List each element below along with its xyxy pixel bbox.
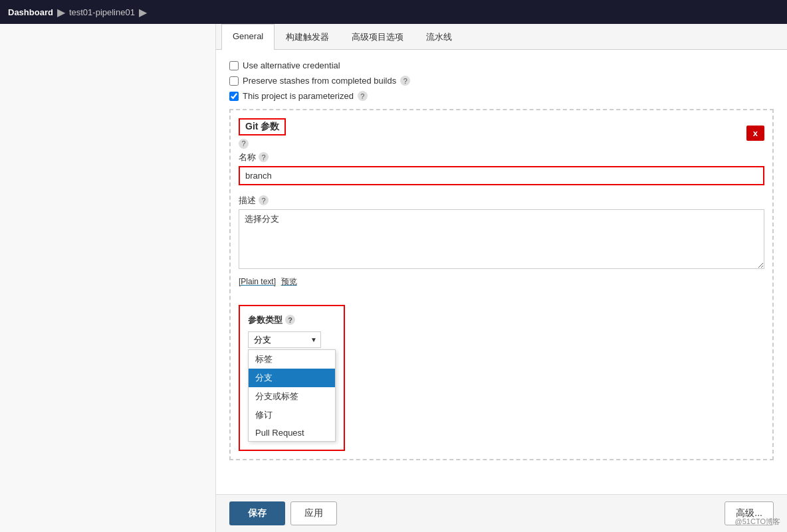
dropdown-item-branch-or-tag[interactable]: 分支或标签 xyxy=(249,387,335,406)
tab-advanced-options[interactable]: 高级项目选项 xyxy=(340,24,415,50)
preview-link[interactable]: 预览 xyxy=(281,276,297,288)
pipeline-link[interactable]: test01-pipeline01 xyxy=(69,7,135,17)
git-params-header: Git 参数 ? x xyxy=(239,118,764,149)
help-name-icon[interactable]: ? xyxy=(259,152,269,162)
bottom-left-buttons: 保存 应用 xyxy=(229,501,337,525)
dropdown-item-revision[interactable]: 修订 xyxy=(249,406,335,424)
checkbox-parameterized-label: This project is parameterized xyxy=(243,91,354,101)
checkbox-row-1: Use alternative credential xyxy=(229,60,774,70)
checkbox-preserve-stashes[interactable] xyxy=(229,76,239,86)
checkbox-row-3: This project is parameterized ? xyxy=(229,91,774,101)
name-input[interactable] xyxy=(239,166,764,185)
help-parameterized-icon[interactable]: ? xyxy=(358,91,368,101)
param-type-select[interactable]: 标签 分支 分支或标签 修订 Pull Request xyxy=(248,331,321,348)
breadcrumb-sep2: ▶ xyxy=(139,6,147,19)
form-content: Use alternative credential Preserve stas… xyxy=(216,50,787,494)
name-field-row: 名称 ? xyxy=(239,151,764,185)
checkbox-row-2: Preserve stashes from completed builds ? xyxy=(229,76,774,86)
watermark: @51CTO博客 xyxy=(735,517,780,527)
content-area: General 构建触发器 高级项目选项 流水线 Use alternative… xyxy=(216,24,787,532)
tabs-bar: General 构建触发器 高级项目选项 流水线 xyxy=(216,24,787,50)
git-params-section: Git 参数 ? x 名称 ? xyxy=(229,109,774,460)
tab-build-trigger[interactable]: 构建触发器 xyxy=(275,24,340,50)
plain-text-link[interactable]: [Plain text] xyxy=(239,277,276,286)
dropdown-item-tag[interactable]: 标签 xyxy=(249,350,335,369)
breadcrumb-sep1: ▶ xyxy=(57,6,65,19)
description-textarea[interactable]: 选择分支 xyxy=(239,209,764,269)
checkbox-preserve-stashes-label: Preserve stashes from completed builds xyxy=(243,76,396,86)
checkbox-alt-credential-label: Use alternative credential xyxy=(243,60,340,70)
sidebar xyxy=(0,24,216,532)
dropdown-item-pull-request[interactable]: Pull Request xyxy=(249,424,335,441)
checkbox-parameterized[interactable] xyxy=(229,92,239,101)
apply-button[interactable]: 应用 xyxy=(290,501,337,525)
dashboard-link[interactable]: Dashboard xyxy=(8,7,53,17)
help-param-type-icon[interactable]: ? xyxy=(285,315,295,325)
dropdown-item-branch[interactable]: 分支 xyxy=(249,369,335,387)
bottom-bar: 保存 应用 高级... xyxy=(216,494,787,532)
topbar: Dashboard ▶ test01-pipeline01 ▶ xyxy=(0,0,787,24)
main-layout: General 构建触发器 高级项目选项 流水线 Use alternative… xyxy=(0,24,787,532)
tab-general[interactable]: General xyxy=(221,24,275,50)
description-label: 描述 ? xyxy=(239,195,764,207)
git-params-title: Git 参数 xyxy=(239,118,286,135)
dropdown-list: 标签 分支 分支或标签 修订 Pull Request xyxy=(248,349,336,442)
save-button[interactable]: 保存 xyxy=(229,501,285,525)
description-field-row: 描述 ? 选择分支 [Plain text] 预览 xyxy=(239,195,764,288)
help-git-params-icon[interactable]: ? xyxy=(239,139,249,149)
param-type-select-wrapper: 标签 分支 分支或标签 修订 Pull Request ▼ xyxy=(248,331,321,348)
param-type-section: 参数类型 ? 标签 分支 分支或标签 修订 Pull Request ▼ xyxy=(239,305,345,451)
tab-pipeline[interactable]: 流水线 xyxy=(415,24,463,50)
param-type-label: 参数类型 ? xyxy=(248,314,336,326)
name-label: 名称 ? xyxy=(239,151,764,163)
delete-git-params-button[interactable]: x xyxy=(746,126,764,141)
help-description-icon[interactable]: ? xyxy=(259,195,269,205)
help-preserve-stashes-icon[interactable]: ? xyxy=(400,76,410,86)
git-params-title-wrapper: Git 参数 ? xyxy=(239,118,286,149)
checkbox-alt-credential[interactable] xyxy=(229,61,239,70)
